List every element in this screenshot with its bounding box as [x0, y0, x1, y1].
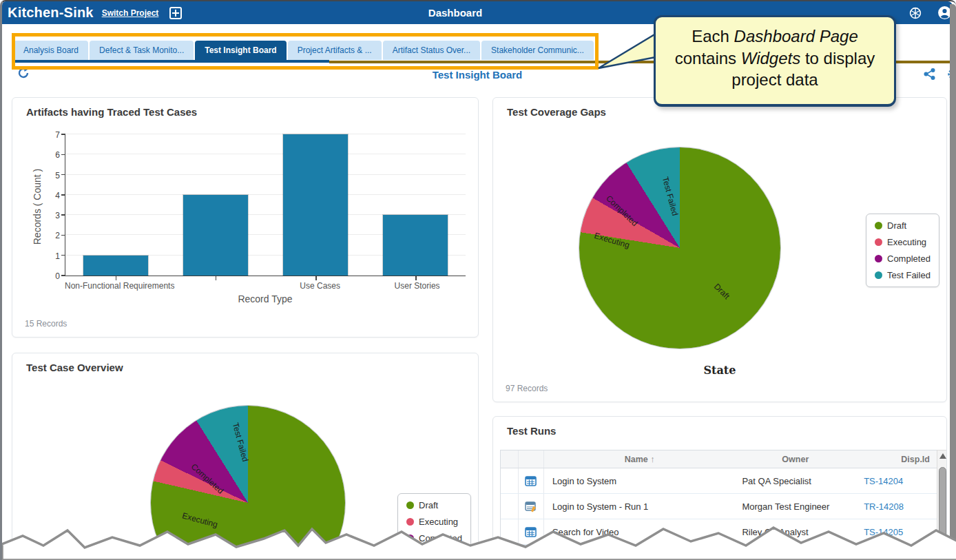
bar[interactable] — [83, 256, 148, 276]
test-run-owner: Morgan Test Engineer — [735, 501, 855, 512]
refresh-icon[interactable] — [17, 67, 30, 82]
legend-label: Executing — [887, 237, 926, 247]
test-runs-table: Name ↑ Owner Disp.Id Login to System Pat… — [500, 450, 937, 546]
tab-label: Defect & Task Monito... — [99, 45, 184, 55]
category-label: Non-Functional Requirements — [65, 281, 174, 291]
test-run-owner: Pat QA Specialist — [735, 476, 855, 486]
tab-label: Analysis Board — [23, 45, 79, 55]
bar[interactable] — [383, 215, 448, 276]
bar[interactable] — [283, 134, 348, 276]
y-axis-label: Records ( Count ) — [32, 158, 43, 255]
test-run-name[interactable]: Login to System — [544, 476, 736, 486]
table-body: Login to System Pat QA Specialist TS-142… — [501, 468, 937, 545]
legend-item: Test Failed — [406, 550, 462, 560]
window-edge-shadow — [950, 4, 956, 560]
test-run-icon — [525, 501, 537, 512]
legend-color-dot — [406, 535, 414, 542]
widget-test-coverage-gaps: Test Coverage Gaps Draft Executing Compl… — [492, 97, 947, 402]
annotation-callout: Each Dashboard Page contains Widgets to … — [654, 15, 896, 107]
legend-item: Completed — [406, 533, 462, 543]
bar-chart-plot: 01234567 — [65, 135, 466, 276]
table-row[interactable]: Login to System Pat QA Specialist TS-142… — [501, 468, 937, 494]
category-label — [174, 281, 271, 291]
legend-color-dot — [406, 551, 414, 559]
dispid-link[interactable]: TS-14204 — [864, 476, 903, 486]
bar-series — [65, 135, 466, 276]
callout-text: Widgets — [741, 49, 800, 68]
dashboard-tab[interactable]: Analysis Board — [14, 41, 88, 60]
legend-label: Completed — [887, 253, 931, 264]
widget-artifacts-traced: Artifacts having Traced Test Cases Recor… — [12, 97, 479, 338]
dashboard-tab[interactable]: Artifact Status Over... — [383, 41, 480, 60]
record-count: 97 Records — [506, 384, 548, 393]
header-spacer — [519, 450, 544, 468]
dispid-link[interactable]: TS-14205 — [864, 527, 903, 537]
legend-item: Executing — [875, 237, 931, 247]
category-label: User Stories — [368, 281, 466, 291]
legend-item: Draft — [875, 220, 931, 231]
legend-color-dot — [406, 518, 414, 526]
record-count: 15 Records — [25, 319, 67, 329]
test-case-icon — [525, 475, 537, 487]
widget-title: Artifacts having Traced Test Cases — [26, 106, 197, 118]
legend-item: Test Failed — [875, 270, 931, 280]
legend-label: Test Failed — [887, 270, 931, 280]
application-window: Dashboard Kitchen-Sink Switch Project An… — [0, 0, 956, 560]
tab-label: Stakeholder Communic... — [491, 45, 584, 55]
legend-color-dot — [875, 271, 882, 279]
widget-test-runs: Test Runs Name ↑ Owner Disp.Id — [492, 416, 947, 560]
bar[interactable] — [183, 195, 248, 276]
pie-legend: Draft Executing Completed Test Failed — [866, 214, 939, 287]
tab-label: Test Insight Board — [205, 45, 276, 55]
legend-item: Draft — [406, 500, 462, 510]
widget-title: Test Coverage Gaps — [507, 106, 606, 118]
x-category-labels: Non-Functional Requirements Use Cases Us… — [65, 281, 466, 291]
dashboard-tab[interactable]: Stakeholder Communic... — [481, 41, 594, 60]
dashboard-tab[interactable]: Project Artifacts & ... — [288, 41, 382, 60]
scrollbar-thumb[interactable] — [939, 467, 946, 560]
legend-label: Draft — [419, 500, 438, 510]
dashboard-tab-bar: Analysis Board Defect & Task Monito... T… — [14, 41, 594, 60]
x-axis-label: Record Type — [65, 293, 466, 304]
scroll-up-icon[interactable] — [939, 453, 946, 459]
tab-label: Project Artifacts & ... — [298, 45, 372, 55]
dashboard-tab[interactable]: Test Insight Board — [195, 41, 286, 60]
sort-ascending-icon: ↑ — [650, 455, 654, 464]
test-run-owner: Riley QA Analyst — [735, 527, 855, 537]
overview-pie-chart[interactable] — [151, 406, 345, 560]
legend-item: Executing — [406, 517, 462, 527]
legend-color-dot — [875, 255, 882, 262]
dispid-link[interactable]: TR-14208 — [864, 501, 904, 512]
legend-color-dot — [406, 501, 414, 509]
callout-text: Each — [692, 27, 734, 45]
coverage-pie-chart[interactable] — [579, 147, 780, 349]
table-scrollbar[interactable] — [937, 450, 947, 560]
add-project-icon[interactable] — [169, 7, 182, 19]
apps-wheel-icon[interactable] — [909, 7, 922, 22]
tabstrip-underline — [12, 60, 329, 63]
header-spacer — [501, 450, 519, 468]
legend-color-dot — [875, 222, 882, 229]
category-label: Use Cases — [271, 281, 368, 291]
table-row[interactable]: Login to System - Run 1 Morgan Test Engi… — [501, 494, 937, 519]
legend-label: Test Failed — [419, 550, 462, 560]
widget-test-case-overview: Test Case Overview Executing Completed T… — [12, 353, 479, 560]
test-case-icon — [525, 526, 537, 538]
test-run-name[interactable]: Login to System - Run 1 — [544, 501, 736, 512]
widget-title: Test Runs — [507, 425, 556, 437]
tab-label: Artifact Status Over... — [393, 45, 470, 55]
legend-label: Completed — [419, 533, 462, 543]
table-row[interactable]: Search for Video Riley QA Analyst TS-142… — [501, 519, 937, 545]
pie-axis-label: State — [493, 364, 946, 377]
test-run-name[interactable]: Search for Video — [544, 527, 736, 537]
legend-label: Executing — [419, 517, 458, 527]
dashboard-tab[interactable]: Defect & Task Monito... — [90, 41, 194, 60]
share-icon[interactable] — [924, 68, 935, 83]
pie-legend: Draft Executing Completed Test Failed — [397, 493, 471, 560]
widget-title: Test Case Overview — [26, 362, 123, 373]
column-header-owner[interactable]: Owner — [735, 455, 855, 464]
column-header-name[interactable]: Name ↑ — [544, 455, 736, 464]
table-header-row: Name ↑ Owner Disp.Id — [501, 450, 937, 468]
column-header-dispid[interactable]: Disp.Id — [855, 455, 937, 464]
legend-item: Completed — [875, 253, 931, 264]
